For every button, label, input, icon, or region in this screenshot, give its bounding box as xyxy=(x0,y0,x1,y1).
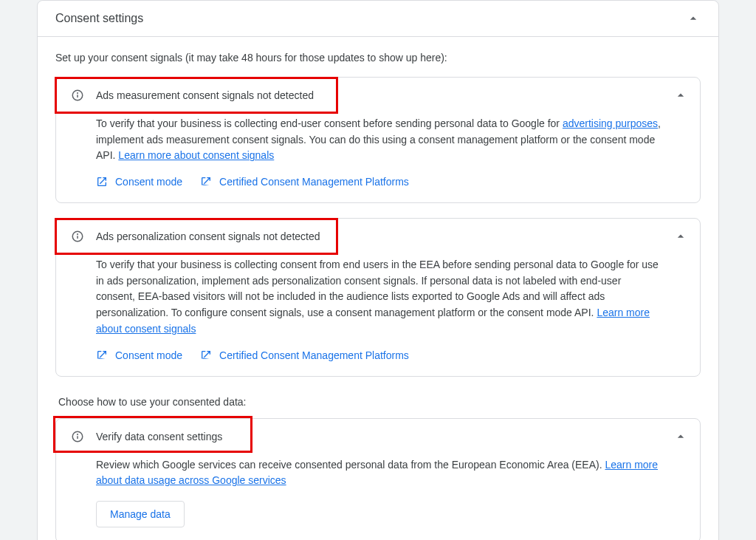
open-in-new-icon xyxy=(96,176,108,188)
ads-measurement-card: Ads measurement consent signals not dete… xyxy=(55,77,701,203)
intro-text: Set up your consent signals (it may take… xyxy=(55,52,701,64)
ads-personalization-description: To verify that your business is collecti… xyxy=(96,257,663,337)
info-icon xyxy=(71,230,84,243)
chevron-up-icon xyxy=(686,11,701,26)
certified-cmp-link[interactable]: Certified Consent Management Platforms xyxy=(200,176,409,188)
card-title: Consent settings xyxy=(55,12,143,25)
link-label: Consent mode xyxy=(115,176,182,188)
svg-point-2 xyxy=(78,93,78,94)
link-label: Certified Consent Management Platforms xyxy=(219,176,409,188)
svg-point-5 xyxy=(78,234,78,235)
open-in-new-icon xyxy=(200,349,212,361)
info-icon xyxy=(71,430,84,443)
link-label: Certified Consent Management Platforms xyxy=(219,349,409,361)
text: To verify that your business is collecti… xyxy=(96,117,563,129)
consent-mode-link[interactable]: Consent mode xyxy=(96,176,182,188)
advertising-purposes-link[interactable]: advertising purposes xyxy=(563,117,658,129)
ads-measurement-description: To verify that your business is collecti… xyxy=(96,116,663,164)
link-label: Consent mode xyxy=(115,349,182,361)
learn-more-consent-signals-link[interactable]: Learn more about consent signals xyxy=(118,149,274,161)
text: To verify that your business is collecti… xyxy=(96,259,659,318)
text: Review which Google services can receive… xyxy=(96,459,605,471)
certified-cmp-link[interactable]: Certified Consent Management Platforms xyxy=(200,349,409,361)
ads-personalization-card: Ads personalization consent signals not … xyxy=(55,218,701,376)
ads-personalization-header[interactable]: Ads personalization consent signals not … xyxy=(56,219,700,254)
chevron-up-icon xyxy=(673,229,688,244)
ads-measurement-header[interactable]: Ads measurement consent signals not dete… xyxy=(56,78,700,113)
verify-data-consent-header[interactable]: Verify data consent settings xyxy=(56,419,700,454)
open-in-new-icon xyxy=(200,176,212,188)
chevron-up-icon xyxy=(673,88,688,103)
verify-data-consent-title: Verify data consent settings xyxy=(96,431,673,442)
consent-settings-card: Consent settings Set up your consent sig… xyxy=(37,0,719,540)
card-header[interactable]: Consent settings xyxy=(38,1,718,37)
verify-data-consent-description: Review which Google services can receive… xyxy=(96,457,663,489)
svg-point-8 xyxy=(78,434,78,434)
ads-personalization-title: Ads personalization consent signals not … xyxy=(96,230,673,242)
consent-mode-link[interactable]: Consent mode xyxy=(96,349,182,361)
chevron-up-icon xyxy=(673,429,688,444)
ads-measurement-title: Ads measurement consent signals not dete… xyxy=(96,89,673,101)
info-icon xyxy=(71,89,84,102)
manage-data-button[interactable]: Manage data xyxy=(96,501,185,527)
open-in-new-icon xyxy=(96,349,108,361)
verify-data-consent-card: Verify data consent settings Review whic… xyxy=(55,418,701,541)
choose-consented-data-label: Choose how to use your consented data: xyxy=(55,392,701,418)
